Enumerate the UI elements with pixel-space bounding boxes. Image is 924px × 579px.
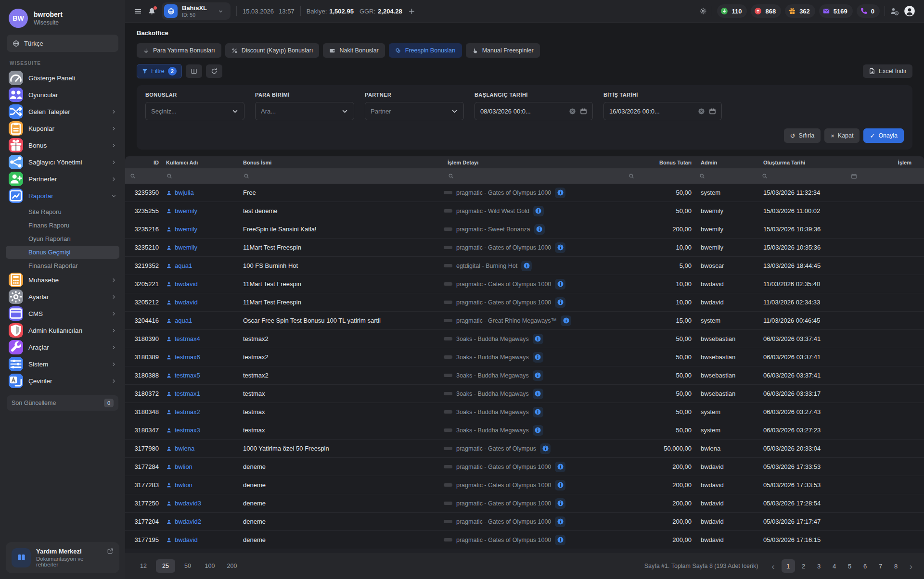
user-block[interactable]: BW bwrobert Wisesuite [6, 8, 119, 28]
stat-badge[interactable]: 362 [785, 4, 815, 18]
page-size-12[interactable]: 12 [134, 559, 153, 573]
info-icon[interactable] [533, 352, 543, 363]
cell-username[interactable]: testmax1 [162, 390, 239, 397]
cell-username[interactable]: bwemily [162, 207, 239, 214]
sidebar-item-ara-lar[interactable]: Araçlar [6, 340, 119, 354]
column-header-i-şlem[interactable]: İşlem [841, 160, 924, 165]
user-clock-icon[interactable] [890, 7, 899, 16]
sidebar-item-cms[interactable]: CMS [6, 306, 119, 321]
column-search-input[interactable] [624, 173, 694, 179]
info-icon[interactable] [534, 224, 545, 235]
info-icon[interactable] [555, 242, 565, 253]
sidebar-subitem-oyun-raporlar-[interactable]: Oyun Raporları [6, 232, 119, 245]
cell-username[interactable]: bwdavid3 [162, 500, 239, 507]
sidebar-subitem-finansal-raporlar[interactable]: Finansal Raporlar [6, 259, 119, 272]
info-icon[interactable] [533, 407, 543, 417]
page-button-4[interactable]: 4 [828, 559, 841, 573]
page-button-7[interactable]: 7 [874, 559, 887, 573]
select-input[interactable]: Ara... [255, 102, 354, 120]
tab-para-yat-rma-bonuslar-[interactable]: Para Yatırma Bonusları [137, 43, 221, 58]
sidebar-subitem-finans-raporu[interactable]: Finans Raporu [6, 219, 119, 232]
sidebar-item-muhasebe[interactable]: Muhasebe [6, 273, 119, 287]
refresh-button[interactable] [206, 64, 222, 78]
info-icon[interactable] [533, 206, 544, 216]
info-icon[interactable] [521, 261, 532, 271]
page-size-100[interactable]: 100 [200, 559, 219, 573]
next-page-icon[interactable]: › [907, 562, 915, 571]
help-center-card[interactable]: Yardım Merkezi Dokümantasyon ve rehberle… [6, 542, 119, 573]
prev-page-icon[interactable]: ‹ [769, 562, 777, 571]
info-icon[interactable] [555, 188, 565, 198]
column-header-kullanıcı-adı[interactable]: Kullanıcı Adı [162, 160, 239, 165]
excel-export-button[interactable]: Excel İndir [863, 64, 912, 78]
cell-username[interactable]: bwemily [162, 244, 239, 251]
gear-icon[interactable] [699, 7, 707, 15]
approve-button[interactable]: ✓Onayla [863, 128, 904, 143]
info-icon[interactable] [555, 516, 565, 527]
info-icon[interactable] [561, 315, 571, 326]
select-input[interactable]: Seçiniz... [145, 102, 244, 120]
info-icon[interactable] [555, 462, 565, 472]
sidebar-item-g-sterge-paneli[interactable]: Gösterge Paneli [6, 71, 119, 85]
page-size-25[interactable]: 25 [156, 559, 175, 573]
stat-badge[interactable]: 110 [717, 4, 747, 18]
sidebar-item-gelen-talepler[interactable]: Gelen Talepler [6, 104, 119, 119]
cell-username[interactable]: aqua1 [162, 317, 239, 324]
column-header-oluşturma-tarihi[interactable]: Oluşturma Tarihi [757, 160, 841, 165]
page-button-5[interactable]: 5 [843, 559, 857, 573]
date-input[interactable]: 08/03/2026 00:0... [475, 102, 593, 120]
cell-username[interactable]: bwdavid2 [162, 518, 239, 525]
sidebar-item-oyuncular[interactable]: Oyuncular [6, 88, 119, 102]
info-icon[interactable] [540, 443, 551, 454]
columns-button[interactable] [186, 64, 202, 78]
sidebar-item-admin-kullan-c-lar-[interactable]: Admin Kullanıcıları [6, 323, 119, 338]
cell-username[interactable]: testmax6 [162, 353, 239, 361]
sidebar-item-ayarlar[interactable]: Ayarlar [6, 290, 119, 304]
sidebar-item-sistem[interactable]: Sistem [6, 357, 119, 371]
info-icon[interactable] [555, 480, 565, 491]
tab-manual-freespinler[interactable]: Manual Freespinler [466, 43, 540, 58]
tab-discount-kay-p-bonuslar-[interactable]: Discount (Kayıp) Bonusları [225, 43, 320, 58]
sidebar-item--eviriler[interactable]: Çeviriler [6, 374, 119, 388]
cell-username[interactable]: bwdavid [162, 299, 239, 306]
cell-username[interactable]: bwlena [162, 445, 239, 452]
tab-nakit-bonuslar[interactable]: Nakit Bonuslar [323, 43, 385, 58]
page-size-200[interactable]: 200 [222, 559, 242, 573]
sidebar-item-kuponlar[interactable]: Kuponlar [6, 121, 119, 136]
column-header-admin[interactable]: Admin [694, 160, 757, 165]
column-search-input[interactable] [443, 173, 624, 179]
last-update[interactable]: Son Güncelleme 0 [7, 395, 118, 411]
column-header-i-şlem-detayı[interactable]: İşlem Detayı [443, 160, 624, 165]
info-icon[interactable] [533, 389, 543, 399]
tab-freespin-bonuslar-[interactable]: Freespin Bonusları [389, 43, 462, 58]
column-search-input[interactable] [125, 173, 162, 179]
column-search-input[interactable] [162, 173, 239, 179]
info-icon[interactable] [555, 535, 565, 545]
cell-username[interactable]: testmax2 [162, 408, 239, 415]
column-header-bonus-tutarı[interactable]: Bonus Tutarı [624, 160, 694, 165]
cell-username[interactable]: testmax5 [162, 372, 239, 379]
close-button[interactable]: ×Kapat [824, 128, 860, 143]
brand-selector[interactable]: BahisXL ID: 50 [162, 2, 231, 20]
cell-username[interactable]: bwdavid [162, 536, 239, 543]
sidebar-item-raporlar[interactable]: Raporlar [6, 189, 119, 203]
page-button-2[interactable]: 2 [797, 559, 810, 573]
sidebar-subitem-bonus-ge-mi-i[interactable]: Bonus Geçmişi [6, 246, 119, 259]
cell-username[interactable]: aqua1 [162, 262, 239, 269]
page-button-3[interactable]: 3 [812, 559, 826, 573]
cell-username[interactable]: testmax4 [162, 335, 239, 342]
cell-username[interactable]: bwlion [162, 481, 239, 489]
cell-username[interactable]: bwjulia [162, 189, 239, 196]
select-input[interactable]: Partner [365, 102, 464, 120]
stat-badge[interactable]: 0 [857, 4, 880, 18]
sidebar-item-bonus[interactable]: Bonus [6, 138, 119, 152]
info-icon[interactable] [555, 498, 565, 509]
cell-username[interactable]: bwemily [162, 226, 239, 233]
account-avatar-icon[interactable] [904, 5, 915, 17]
sidebar-item-sa-lay-c-y-netimi[interactable]: Sağlayıcı Yönetimi [6, 155, 119, 169]
info-icon[interactable] [533, 370, 543, 381]
sidebar-item-partnerler[interactable]: Partnerler [6, 172, 119, 186]
column-header-bonus-i-smi[interactable]: Bonus İsmi [239, 160, 443, 165]
date-input[interactable]: 16/03/2026 00:0... [603, 102, 722, 120]
cell-username[interactable]: testmax3 [162, 427, 239, 434]
